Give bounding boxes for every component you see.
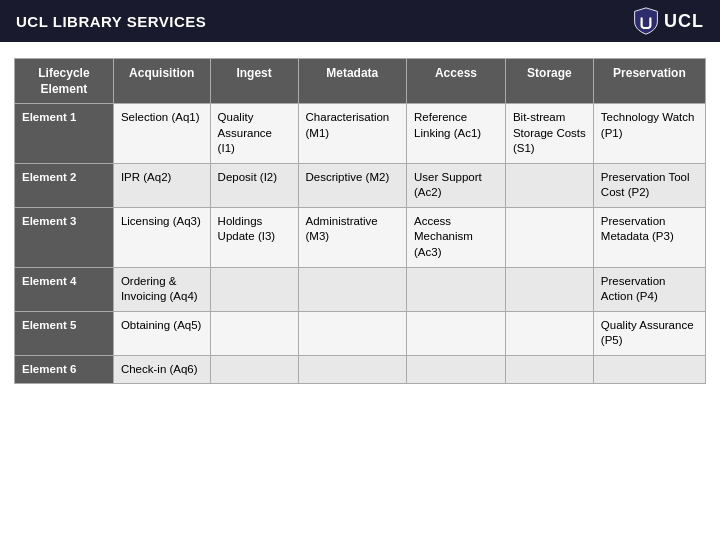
table-row: Element 4Ordering & Invoicing (Aq4)Prese…: [15, 267, 706, 311]
ucl-shield-icon: [632, 7, 660, 35]
cell-storage-row2: [505, 163, 593, 207]
cell-storage-row6: [505, 355, 593, 384]
cell-ingest-row4: [210, 267, 298, 311]
table-header-row: Lifecycle Element Acquisition Ingest Met…: [15, 59, 706, 104]
cell-access-row3: Access Mechanism (Ac3): [407, 207, 506, 267]
cell-lifecycle-row5: Element 5: [15, 311, 114, 355]
cell-access-row4: [407, 267, 506, 311]
cell-storage-row1: Bit-stream Storage Costs (S1): [505, 104, 593, 164]
ucl-logo: UCL: [632, 7, 704, 35]
cell-preservation-row5: Quality Assurance (P5): [593, 311, 705, 355]
cell-acquisition-row3: Licensing (Aq3): [113, 207, 210, 267]
ucl-logo-text: UCL: [664, 11, 704, 32]
cell-preservation-row1: Technology Watch (P1): [593, 104, 705, 164]
cell-access-row5: [407, 311, 506, 355]
cell-metadata-row3: Administrative (M3): [298, 207, 407, 267]
cell-metadata-row1: Characterisation (M1): [298, 104, 407, 164]
col-header-storage: Storage: [505, 59, 593, 104]
cell-acquisition-row6: Check-in (Aq6): [113, 355, 210, 384]
cell-lifecycle-row4: Element 4: [15, 267, 114, 311]
cell-ingest-row5: [210, 311, 298, 355]
app-title: UCL LIBRARY SERVICES: [16, 13, 206, 30]
app-header: UCL LIBRARY SERVICES UCL: [0, 0, 720, 42]
cell-preservation-row3: Preservation Metadata (P3): [593, 207, 705, 267]
cell-lifecycle-row3: Element 3: [15, 207, 114, 267]
cell-storage-row3: [505, 207, 593, 267]
cell-metadata-row6: [298, 355, 407, 384]
col-header-acquisition: Acquisition: [113, 59, 210, 104]
cell-storage-row5: [505, 311, 593, 355]
cell-access-row1: Reference Linking (Ac1): [407, 104, 506, 164]
cell-storage-row4: [505, 267, 593, 311]
cell-ingest-row6: [210, 355, 298, 384]
col-header-preservation: Preservation: [593, 59, 705, 104]
table-row: Element 6Check-in (Aq6): [15, 355, 706, 384]
table-row: Element 3Licensing (Aq3)Holdings Update …: [15, 207, 706, 267]
cell-preservation-row6: [593, 355, 705, 384]
cell-acquisition-row4: Ordering & Invoicing (Aq4): [113, 267, 210, 311]
cell-metadata-row2: Descriptive (M2): [298, 163, 407, 207]
cell-access-row2: User Support (Ac2): [407, 163, 506, 207]
cell-access-row6: [407, 355, 506, 384]
table-row: Element 5Obtaining (Aq5)Quality Assuranc…: [15, 311, 706, 355]
table-row: Element 1Selection (Aq1)Quality Assuranc…: [15, 104, 706, 164]
lifecycle-table: Lifecycle Element Acquisition Ingest Met…: [14, 58, 706, 384]
cell-ingest-row3: Holdings Update (I3): [210, 207, 298, 267]
cell-metadata-row4: [298, 267, 407, 311]
cell-ingest-row2: Deposit (I2): [210, 163, 298, 207]
cell-lifecycle-row2: Element 2: [15, 163, 114, 207]
col-header-metadata: Metadata: [298, 59, 407, 104]
col-header-lifecycle: Lifecycle Element: [15, 59, 114, 104]
cell-preservation-row2: Preservation Tool Cost (P2): [593, 163, 705, 207]
table-container: Lifecycle Element Acquisition Ingest Met…: [0, 42, 720, 540]
cell-acquisition-row1: Selection (Aq1): [113, 104, 210, 164]
cell-lifecycle-row1: Element 1: [15, 104, 114, 164]
cell-lifecycle-row6: Element 6: [15, 355, 114, 384]
col-header-ingest: Ingest: [210, 59, 298, 104]
col-header-access: Access: [407, 59, 506, 104]
cell-metadata-row5: [298, 311, 407, 355]
table-row: Element 2IPR (Aq2)Deposit (I2)Descriptiv…: [15, 163, 706, 207]
cell-acquisition-row5: Obtaining (Aq5): [113, 311, 210, 355]
cell-ingest-row1: Quality Assurance (I1): [210, 104, 298, 164]
cell-acquisition-row2: IPR (Aq2): [113, 163, 210, 207]
cell-preservation-row4: Preservation Action (P4): [593, 267, 705, 311]
